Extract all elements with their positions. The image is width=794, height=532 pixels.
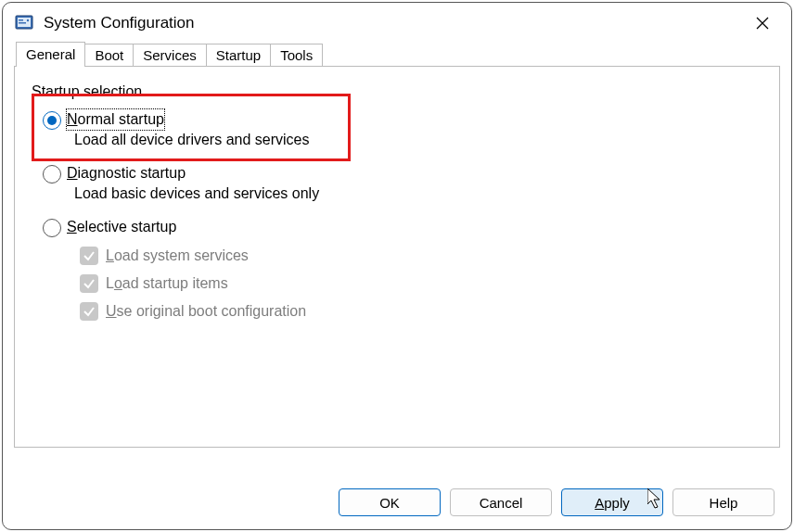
cancel-button[interactable]: Cancel: [450, 488, 552, 516]
tab-general[interactable]: General: [16, 42, 85, 67]
checkbox-label-use-original-boot-configuration: Use original boot configuration: [106, 303, 306, 320]
radio-label-diagnostic-startup[interactable]: Diagnostic startup: [67, 163, 186, 184]
radio-diagnostic-startup[interactable]: [43, 165, 61, 184]
titlebar: System Configuration: [3, 3, 791, 44]
checkbox-label-load-startup-items: Load startup items: [106, 275, 228, 292]
svg-rect-2: [19, 19, 23, 21]
checkbox-use-original-boot-configuration: [80, 302, 98, 321]
svg-point-4: [27, 19, 29, 21]
check-icon: [83, 305, 96, 318]
help-button[interactable]: Help: [672, 488, 775, 516]
check-icon: [83, 277, 96, 290]
close-icon: [756, 17, 769, 30]
svg-rect-3: [19, 22, 26, 24]
desc-normal-startup: Load all device drivers and services: [74, 132, 759, 148]
apply-button[interactable]: Apply: [561, 488, 663, 516]
checkbox-label-load-system-services: Load system services: [106, 247, 249, 264]
checkbox-load-startup-items: [80, 274, 98, 293]
tab-panel-general: Startup selection Normal startup Load al…: [14, 66, 780, 448]
ok-button[interactable]: OK: [339, 488, 441, 516]
window-title: System Configuration: [44, 14, 741, 32]
close-button[interactable]: [741, 8, 784, 38]
dialog-buttons: OK Cancel Apply Help: [339, 488, 775, 516]
radio-label-selective-startup[interactable]: Selective startup: [67, 217, 176, 237]
tab-strip: General Boot Services Startup Tools: [3, 44, 791, 67]
check-icon: [83, 249, 96, 262]
radio-label-normal-startup[interactable]: Normal startup: [67, 109, 164, 130]
radio-selective-startup[interactable]: [43, 219, 61, 237]
desc-diagnostic-startup: Load basic devices and services only: [74, 185, 759, 202]
radio-normal-startup[interactable]: [43, 111, 61, 130]
tab-boot[interactable]: Boot: [85, 44, 134, 67]
app-icon: [14, 13, 34, 33]
window: System Configuration General Boot Servic…: [2, 2, 792, 530]
group-label-startup-selection: Startup selection: [32, 83, 759, 100]
tab-startup[interactable]: Startup: [207, 44, 271, 67]
tab-tools[interactable]: Tools: [271, 44, 323, 67]
checkbox-load-system-services: [80, 247, 98, 265]
tab-services[interactable]: Services: [134, 44, 207, 67]
